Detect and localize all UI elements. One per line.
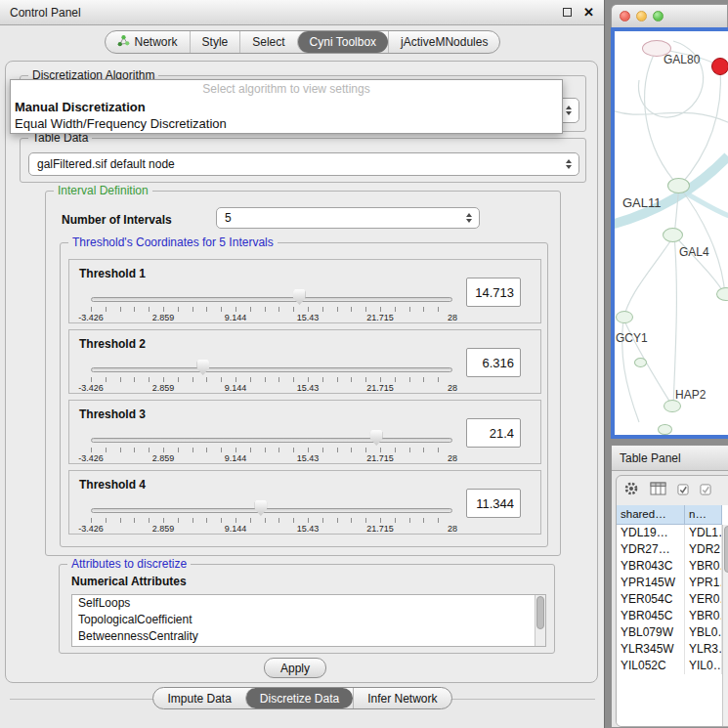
- node-label-gcy1: GCY1: [616, 331, 648, 345]
- threshold-1-value-field[interactable]: [466, 278, 521, 307]
- tab-style[interactable]: Style: [190, 31, 240, 53]
- slider-ticks: [91, 307, 452, 312]
- threshold-4-value-field[interactable]: [466, 489, 521, 518]
- table-cell[interactable]: YBR0…: [685, 558, 722, 575]
- float-window-icon[interactable]: [563, 8, 572, 17]
- select-all-check-icon[interactable]: [677, 482, 689, 499]
- tick-label: 21.715: [366, 524, 394, 534]
- node-gal4[interactable]: [663, 228, 683, 242]
- list-scrollbar-thumb[interactable]: [536, 596, 544, 629]
- mac-minimize-icon[interactable]: [636, 11, 647, 21]
- bottom-tabbar: Impute Data Discretize Data Infer Networ…: [0, 687, 605, 712]
- slider-track[interactable]: [91, 297, 452, 302]
- tab-jactivemnodules[interactable]: jActiveMNodules: [388, 31, 499, 53]
- table-scrollbar[interactable]: [722, 525, 728, 726]
- slider-thumb[interactable]: [196, 360, 209, 375]
- table-toolbar: [617, 476, 728, 505]
- tab-network-label: Network: [135, 35, 178, 49]
- algorithm-popup-hint: Select algorithm to view settings: [11, 80, 562, 99]
- threshold-3-box: Threshold 3 -3.426 2.859 9.144 15.43 21.…: [68, 400, 541, 464]
- number-of-intervals-label: Number of Intervals: [62, 213, 172, 227]
- table-cell[interactable]: YIL052C: [617, 658, 685, 674]
- popup-item-manual-discretization[interactable]: Manual Discretization: [11, 99, 562, 115]
- table-cell[interactable]: YDR27…: [617, 541, 685, 558]
- node[interactable]: [658, 424, 672, 435]
- table-cell[interactable]: YDR2…: [685, 541, 722, 558]
- tab-impute-data[interactable]: Impute Data: [153, 688, 244, 708]
- table-cell[interactable]: YLR3…: [685, 641, 722, 658]
- tick-label: 28: [448, 383, 457, 393]
- list-item[interactable]: SelfLoops: [72, 595, 545, 612]
- tick-label: 2.859: [152, 313, 175, 322]
- table-cell[interactable]: YDL1…: [685, 525, 722, 541]
- mac-zoom-icon[interactable]: [653, 11, 664, 21]
- table-cell[interactable]: YPR1…: [685, 575, 722, 591]
- close-icon[interactable]: ✕: [583, 6, 594, 19]
- column-header-name[interactable]: n…: [685, 505, 722, 525]
- slider-track[interactable]: [91, 367, 452, 372]
- tab-style-label: Style: [202, 35, 229, 49]
- table-data-group: Table Data galFiltered.sif default node: [20, 138, 586, 183]
- network-view-window: GAL80 GAL11 GAL4 GCY1 HAP2: [611, 4, 728, 440]
- table-scrollbar-thumb[interactable]: [724, 526, 728, 573]
- columns-icon[interactable]: [650, 482, 666, 499]
- node-gcy1[interactable]: [616, 311, 633, 323]
- threshold-3-value-field[interactable]: [466, 418, 521, 448]
- slider-ticks: [91, 448, 452, 452]
- threshold-1-label: Threshold 1: [79, 267, 146, 280]
- tick-label: 15.43: [297, 453, 320, 463]
- slider-tick-labels: -3.426 2.859 9.144 15.43 21.715 28: [91, 453, 452, 464]
- threshold-2-value-field[interactable]: [466, 348, 521, 377]
- table-cell[interactable]: YDL19…: [617, 525, 685, 541]
- table-cell[interactable]: YBR0…: [685, 608, 722, 624]
- table-row: YPR145W YPR1…: [617, 575, 728, 591]
- table-cell[interactable]: YBR043C: [617, 558, 685, 575]
- table-data-combobox[interactable]: galFiltered.sif default node: [28, 152, 579, 176]
- table-cell[interactable]: YBL079W: [617, 624, 685, 641]
- table-cell[interactable]: YER054C: [617, 591, 685, 608]
- network-canvas[interactable]: GAL80 GAL11 GAL4 GCY1 HAP2: [615, 31, 728, 435]
- table-row: YDL19… YDL1…: [617, 525, 728, 541]
- tab-discretize-data[interactable]: Discretize Data: [245, 688, 353, 708]
- apply-button[interactable]: Apply: [264, 658, 326, 678]
- control-panel-titlebar: Control Panel ✕: [0, 0, 604, 25]
- node[interactable]: [634, 358, 647, 367]
- table-cell[interactable]: YBL0…: [685, 624, 722, 641]
- attributes-group: Attributes to discretize Numerical Attri…: [59, 564, 555, 654]
- tab-cyni-toolbox[interactable]: Cyni Toolbox: [297, 31, 388, 53]
- table-cell[interactable]: YPR145W: [617, 575, 685, 591]
- tick-label: -3.426: [78, 313, 104, 322]
- table-panel-window: Table Panel: [611, 445, 728, 728]
- slider-track[interactable]: [91, 438, 452, 443]
- tab-infer-network[interactable]: Infer Network: [353, 688, 450, 708]
- tab-select-label: Select: [252, 35, 284, 49]
- combo-stepper-icon: [466, 213, 472, 223]
- network-tab-icon: [117, 34, 130, 50]
- tab-network[interactable]: Network: [106, 31, 190, 53]
- tick-label: 15.43: [297, 383, 320, 393]
- node-red-selected[interactable]: [711, 58, 728, 75]
- number-of-intervals-combobox[interactable]: 5: [216, 207, 480, 229]
- popup-item-equal-width-frequency[interactable]: Equal Width/Frequency Discretization: [11, 115, 562, 132]
- tab-select[interactable]: Select: [239, 31, 296, 53]
- slider-track[interactable]: [91, 508, 452, 513]
- list-item[interactable]: TopologicalCoefficient: [72, 612, 545, 628]
- gear-icon[interactable]: [623, 481, 639, 500]
- table-cell[interactable]: YIL0…: [685, 658, 722, 674]
- table-cell[interactable]: YBR045C: [617, 608, 685, 624]
- list-item[interactable]: BetweennessCentrality: [72, 628, 545, 645]
- tick-label: 28: [448, 524, 457, 534]
- tab-jactivemnodules-label: jActiveMNodules: [401, 35, 488, 49]
- slider-thumb[interactable]: [293, 289, 306, 305]
- mac-close-icon[interactable]: [620, 11, 630, 21]
- table-cell[interactable]: YLR345W: [617, 641, 685, 658]
- select-none-check-icon[interactable]: [700, 482, 711, 499]
- threshold-4-label: Threshold 4: [79, 478, 146, 492]
- column-header-shared-name[interactable]: shared…: [617, 505, 685, 525]
- list-scrollbar[interactable]: [535, 595, 545, 646]
- slider-thumb[interactable]: [254, 500, 267, 516]
- table-cell[interactable]: YER0…: [685, 591, 722, 608]
- slider-thumb[interactable]: [370, 430, 383, 446]
- node-gal11[interactable]: [667, 178, 690, 193]
- tick-label: 9.144: [225, 524, 247, 534]
